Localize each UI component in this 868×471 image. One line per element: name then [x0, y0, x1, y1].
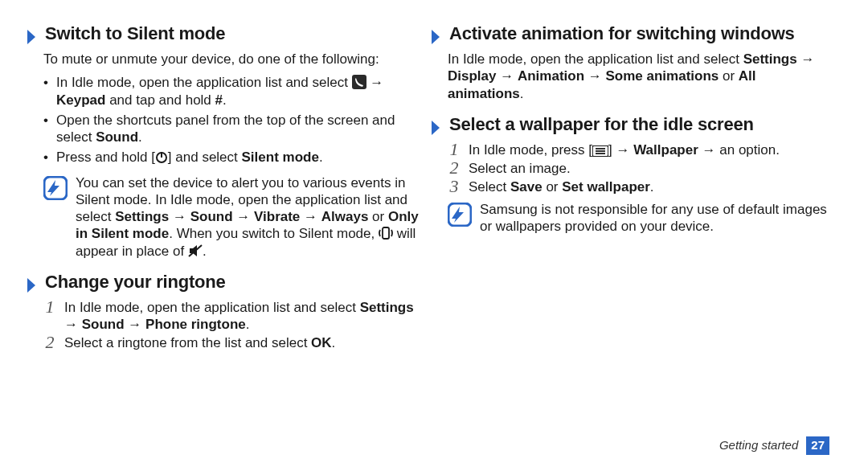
- section-title: Switch to Silent mode: [45, 23, 225, 45]
- chevron-icon: [26, 28, 37, 46]
- chevron-icon: [430, 119, 441, 137]
- section-title: Change your ringtone: [45, 271, 226, 293]
- lead-text: To mute or unmute your device, do one of…: [43, 51, 425, 68]
- note-icon: [448, 203, 472, 227]
- page: Switch to Silent mode To mute or unmute …: [0, 0, 868, 471]
- page-footer: Getting started 27: [719, 436, 829, 455]
- step-row: 2 Select a ringtone from the list and se…: [43, 334, 425, 351]
- step-number: 1: [43, 298, 56, 316]
- note-text: Samsung is not responsible for any use o…: [480, 201, 829, 236]
- step-row: 2 Select an image.: [448, 160, 829, 177]
- step-body: Select Save or Set wallpaper.: [469, 178, 829, 195]
- step-number: 3: [448, 178, 461, 195]
- step-number: 2: [43, 334, 56, 351]
- footer-label: Getting started: [719, 438, 798, 453]
- section-title: Select a wallpaper for the idle screen: [449, 113, 754, 136]
- step-body: Select an image.: [469, 160, 829, 177]
- mute-icon: [188, 244, 203, 258]
- note-text: You can set the device to alert you to v…: [76, 174, 425, 260]
- power-icon: [155, 151, 168, 164]
- page-number: 27: [806, 436, 829, 455]
- section-title: Activate animation for switching windows: [449, 23, 795, 45]
- note-block: You can set the device to alert you to v…: [43, 174, 425, 260]
- left-column: Switch to Silent mode To mute or unmute …: [43, 23, 425, 445]
- body-text: In Idle mode, open the application list …: [448, 51, 829, 102]
- list-item: In Idle mode, open the application list …: [43, 74, 425, 109]
- section-animation: Activate animation for switching windows: [430, 23, 829, 46]
- right-column: Activate animation for switching windows…: [448, 23, 829, 445]
- menu-icon: [592, 145, 608, 157]
- step-number: 2: [448, 159, 461, 177]
- list-item: Press and hold [] and select Silent mode…: [43, 149, 425, 166]
- step-row: 1 In Idle mode, open the application lis…: [43, 299, 425, 334]
- step-body: In Idle mode, open the application list …: [64, 299, 425, 334]
- section-switch-silent: Switch to Silent mode: [26, 23, 425, 46]
- phone-icon: [352, 75, 366, 89]
- section-wallpaper: Select a wallpaper for the idle screen: [430, 113, 829, 137]
- note-block: Samsung is not responsible for any use o…: [448, 201, 829, 236]
- vibrate-icon: [379, 226, 393, 240]
- section-change-ringtone: Change your ringtone: [26, 271, 425, 294]
- chevron-icon: [26, 276, 37, 294]
- step-number: 1: [448, 141, 461, 158]
- step-body: Select a ringtone from the list and sele…: [64, 334, 425, 351]
- bullet-list: In Idle mode, open the application list …: [43, 74, 425, 166]
- step-body: In Idle mode, press [] → Wallpaper → an …: [469, 141, 829, 158]
- list-item: Open the shortcuts panel from the top of…: [43, 112, 425, 146]
- chevron-icon: [430, 28, 441, 46]
- note-icon: [43, 176, 68, 200]
- step-row: 1 In Idle mode, press [] → Wallpaper → a…: [448, 141, 829, 158]
- step-row: 3 Select Save or Set wallpaper.: [448, 178, 829, 195]
